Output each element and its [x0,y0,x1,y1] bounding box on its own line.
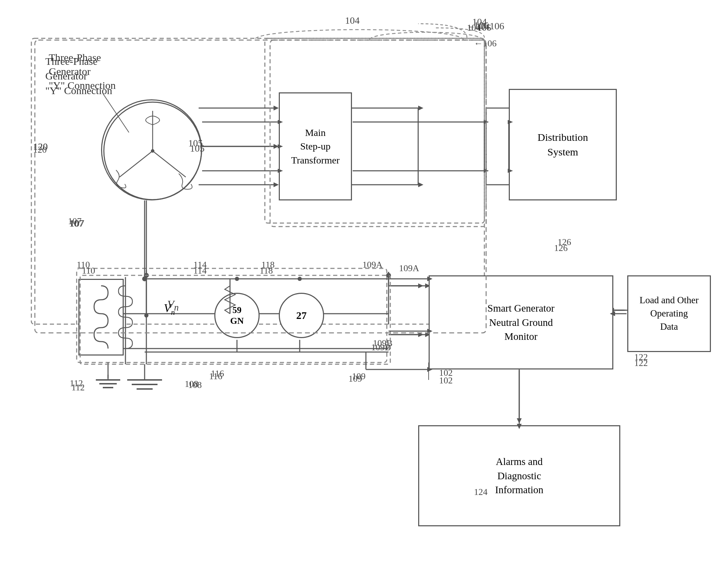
relay-59gn: 59GN [214,293,260,338]
svg-marker-23 [418,332,423,337]
generator-circle [101,99,202,200]
ref-109A: 109A [362,260,383,270]
diagram-container: 104 106 ←104 ←106 Three-PhaseGenerator"Y… [0,0,721,588]
ground-symbol [94,375,122,396]
relay-59gn-label: 59GN [230,305,244,326]
svg-marker-64 [484,120,489,124]
svg-point-88 [235,277,239,281]
svg-marker-28 [517,418,522,423]
ref-120: 120 [33,145,47,155]
svg-marker-21 [418,283,423,288]
ref-112: 112 [70,378,83,389]
svg-marker-11 [418,106,423,110]
svg-marker-4 [274,106,279,110]
svg-point-32 [386,273,391,278]
ref-114: 114 [193,260,207,270]
ref-110: 110 [77,260,90,270]
ref-107: 107 [68,216,82,227]
ref-116: 116 [209,371,222,382]
main-transformer-label: MainStep-upTransformer [291,126,340,167]
svg-text:104: 104 [345,15,360,26]
svg-marker-15 [418,182,423,187]
alarms-box: Alarms andDiagnosticInformation [418,425,620,526]
distribution-system-box: DistributionSystem [509,89,617,200]
load-data-box: Load and OtherOperatingData [627,275,711,352]
svg-marker-68 [484,169,489,173]
distribution-system-label: DistributionSystem [537,130,588,159]
relay-27-label: 27 [296,309,307,322]
svg-text:106: 106 [490,21,504,31]
svg-point-77 [142,276,147,281]
ref-109: 109 [352,371,366,382]
vn-text: Vn [164,301,175,317]
relay-27: 27 [279,293,324,338]
svg-marker-8 [274,182,279,187]
svg-point-38 [144,313,148,318]
svg-point-46 [151,149,154,153]
ref-118: 118 [261,260,275,270]
ref-109B: 109B [373,338,392,349]
label-104: ←104 [467,22,490,32]
ref-108: 108 [188,380,202,390]
smart-monitor-box: Smart GeneratorNeutral GroundMonitor [429,275,613,369]
smart-monitor-label: Smart GeneratorNeutral GroundMonitor [488,301,554,344]
transformer-coil-box [78,279,124,356]
svg-point-89 [298,277,302,281]
svg-marker-6 [274,144,279,149]
load-data-label: Load and OtherOperatingData [639,294,698,333]
svg-point-31 [144,273,149,278]
ref-122: 122 [634,352,648,362]
label-106: ←106 [474,38,497,49]
ref-126: 126 [558,237,571,247]
alarms-label: Alarms andDiagnosticInformation [495,455,544,497]
generator-label: Three-PhaseGenerator"Y" Connection [45,54,143,98]
svg-text:109A: 109A [399,263,419,273]
main-transformer-box: MainStep-upTransformer [279,92,352,200]
